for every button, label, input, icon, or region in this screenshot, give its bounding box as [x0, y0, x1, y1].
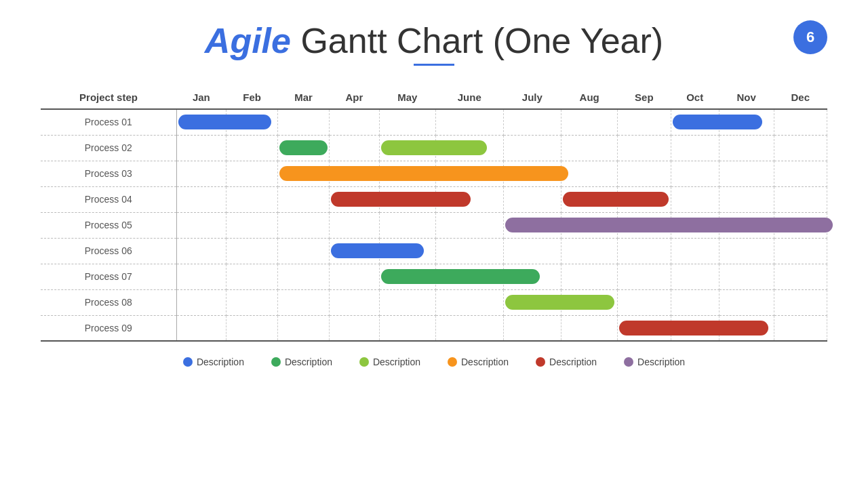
table-row: Process 02: [41, 135, 827, 161]
cell-06-aug: [561, 238, 618, 264]
gantt-table: Project step Jan Feb Mar Apr May June Ju…: [41, 86, 827, 342]
cell-05-dec: [774, 212, 827, 238]
cell-06-oct: [671, 238, 719, 264]
legend-item-2: Description: [359, 357, 420, 367]
chart-container: Project step Jan Feb Mar Apr May June Ju…: [41, 86, 827, 342]
month-dec: Dec: [774, 86, 827, 109]
month-jul: July: [503, 86, 561, 109]
cell-03-jan: [176, 161, 226, 186]
cell-08-may: [379, 289, 435, 315]
cell-05-may: [379, 212, 435, 238]
cell-04-oct: [671, 186, 719, 212]
cell-03-dec: [774, 161, 827, 186]
cell-02-nov: [719, 135, 774, 161]
cell-02-apr: [330, 135, 380, 161]
legend-label-4: Description: [549, 357, 597, 367]
cell-07-apr: [330, 264, 380, 289]
cell-07-aug: [561, 264, 618, 289]
cell-05-jul: [503, 212, 561, 238]
table-row: Process 03: [41, 161, 827, 186]
cell-03-may: [379, 161, 435, 186]
cell-05-jan: [176, 212, 226, 238]
cell-01-jun: [435, 109, 503, 135]
cell-06-mar: [278, 238, 330, 264]
cell-03-nov: [719, 161, 774, 186]
cell-01-may: [379, 109, 435, 135]
month-aug: Aug: [561, 86, 618, 109]
header: Agile Gantt Chart (One Year) 6: [41, 20, 827, 66]
month-nov: Nov: [719, 86, 774, 109]
cell-09-sep: [618, 315, 671, 341]
legend-dot-blue: [183, 357, 193, 367]
legend: Description Description Description Desc…: [41, 357, 827, 367]
cell-09-aug: [561, 315, 618, 341]
process-05-label: Process 05: [41, 212, 176, 238]
month-feb: Feb: [226, 86, 278, 109]
cell-01-dec: [774, 109, 827, 135]
cell-08-oct: [671, 289, 719, 315]
month-apr: Apr: [330, 86, 380, 109]
cell-04-dec: [774, 186, 827, 212]
cell-06-dec: [774, 238, 827, 264]
cell-04-jan: [176, 186, 226, 212]
cell-02-dec: [774, 135, 827, 161]
legend-item-0: Description: [183, 357, 244, 367]
legend-label-0: Description: [197, 357, 244, 367]
legend-dot-orange: [448, 357, 457, 367]
cell-09-feb: [226, 315, 278, 341]
cell-02-sep: [618, 135, 671, 161]
cell-09-mar: [278, 315, 330, 341]
cell-09-nov: [719, 315, 774, 341]
cell-02-jan: [176, 135, 226, 161]
cell-09-oct: [671, 315, 719, 341]
title-agile: Agile: [205, 21, 291, 60]
cell-08-mar: [278, 289, 330, 315]
page-title: Agile Gantt Chart (One Year): [41, 20, 827, 61]
cell-06-feb: [226, 238, 278, 264]
cell-03-oct: [671, 161, 719, 186]
cell-08-feb: [226, 289, 278, 315]
table-row: Process 01: [41, 109, 827, 135]
cell-06-sep: [618, 238, 671, 264]
label-header: Project step: [41, 86, 176, 109]
cell-05-apr: [330, 212, 380, 238]
legend-dot-red: [536, 357, 545, 367]
cell-08-jan: [176, 289, 226, 315]
cell-01-jan: [176, 109, 226, 135]
cell-01-mar: [278, 109, 330, 135]
legend-label-1: Description: [285, 357, 332, 367]
cell-04-may: [379, 186, 435, 212]
cell-01-feb: [226, 109, 278, 135]
cell-03-aug: [561, 161, 618, 186]
legend-item-3: Description: [448, 357, 509, 367]
cell-07-mar: [278, 264, 330, 289]
process-02-label: Process 02: [41, 135, 176, 161]
cell-03-jul: [503, 161, 561, 186]
cell-01-oct: [671, 109, 719, 135]
legend-dot-green: [271, 357, 281, 367]
cell-05-nov: [719, 212, 774, 238]
cell-06-jun: [435, 238, 503, 264]
legend-item-5: Description: [624, 357, 685, 367]
cell-08-dec: [774, 289, 827, 315]
month-oct: Oct: [671, 86, 719, 109]
cell-06-jan: [176, 238, 226, 264]
page: Agile Gantt Chart (One Year) 6 Project s…: [0, 0, 868, 488]
cell-08-sep: [618, 289, 671, 315]
cell-09-apr: [330, 315, 380, 341]
cell-06-nov: [719, 238, 774, 264]
legend-item-1: Description: [271, 357, 332, 367]
cell-07-sep: [618, 264, 671, 289]
process-01-label: Process 01: [41, 109, 176, 135]
cell-08-jul: [503, 289, 561, 315]
cell-04-nov: [719, 186, 774, 212]
cell-08-nov: [719, 289, 774, 315]
cell-03-mar: [278, 161, 330, 186]
legend-label-3: Description: [461, 357, 509, 367]
month-sep: Sep: [618, 86, 671, 109]
cell-08-aug: [561, 289, 618, 315]
cell-07-jul: [503, 264, 561, 289]
process-06-label: Process 06: [41, 238, 176, 264]
cell-01-apr: [330, 109, 380, 135]
cell-01-sep: [618, 109, 671, 135]
